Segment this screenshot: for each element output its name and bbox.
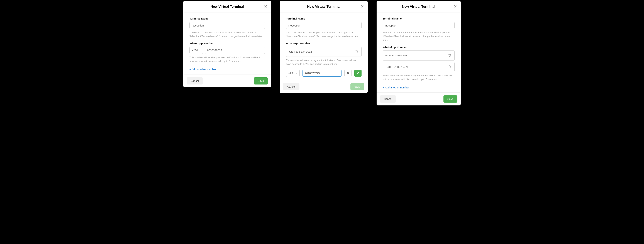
terminal-name-label: Terminal Name <box>286 17 362 20</box>
new-terminal-modal: New Virtual Terminal Terminal Name The b… <box>183 1 271 87</box>
saved-number-text: +234 803 834 9032 <box>289 50 312 53</box>
terminal-name-input[interactable] <box>190 22 265 29</box>
whatsapp-group: WhatsApp Number +234 This number will re… <box>190 42 265 63</box>
cancel-button[interactable]: Cancel <box>186 77 203 85</box>
terminal-name-helper: The bank account name for your Virtual T… <box>286 31 362 38</box>
terminal-name-group: Terminal Name The bank account name for … <box>190 17 265 38</box>
terminal-name-helper: The bank account name for your Virtual T… <box>190 31 265 38</box>
new-terminal-modal: New Virtual Terminal Terminal Name The b… <box>376 1 461 105</box>
delete-number-button[interactable] <box>448 53 452 58</box>
trash-icon <box>355 51 358 54</box>
whatsapp-group: WhatsApp Number +234 803 834 9032 This n… <box>286 42 362 77</box>
country-code-select[interactable]: +234 <box>286 70 300 77</box>
saved-number-row: +234 701 867 5775 <box>383 62 454 72</box>
modal-title: New Virtual Terminal <box>210 5 244 9</box>
modal-title: New Virtual Terminal <box>307 5 340 9</box>
save-button[interactable]: Save <box>254 77 268 85</box>
close-button[interactable] <box>453 4 458 9</box>
save-button[interactable]: Save <box>444 95 458 103</box>
phone-row: +234 <box>190 47 265 54</box>
modal-footer: Cancel Save <box>376 92 461 105</box>
terminal-name-input[interactable] <box>286 22 362 29</box>
new-terminal-modal: New Virtual Terminal Terminal Name The b… <box>280 1 368 93</box>
saved-number-row: +234 803 834 9032 <box>383 51 454 61</box>
modal-footer: Cancel Save <box>280 80 368 93</box>
saved-number-row: +234 803 834 9032 <box>286 47 362 57</box>
country-code-select[interactable]: +234 <box>190 47 203 54</box>
cancel-button[interactable]: Cancel <box>380 95 396 103</box>
add-number-link[interactable]: + Add another number <box>383 86 409 89</box>
close-icon <box>361 5 364 9</box>
close-button[interactable] <box>360 4 364 9</box>
saved-number-text: +234 803 834 9032 <box>385 54 408 57</box>
terminal-name-helper: The bank account name for your Virtual T… <box>383 31 454 42</box>
saved-number-text: +234 701 867 5775 <box>385 65 408 68</box>
chevron-down-icon <box>296 73 297 74</box>
close-icon <box>264 5 267 9</box>
modal-body: Terminal Name The bank account name for … <box>183 13 271 74</box>
modal-footer: Cancel Save <box>183 74 271 87</box>
whatsapp-label: WhatsApp Number <box>190 42 265 45</box>
close-icon <box>454 5 457 9</box>
country-code-value: +234 <box>288 72 294 75</box>
modal-body: Terminal Name The bank account name for … <box>280 13 368 80</box>
cancel-button[interactable]: Cancel <box>283 83 300 90</box>
terminal-name-group: Terminal Name The bank account name for … <box>383 17 454 42</box>
whatsapp-helper: This number will receive payment notific… <box>190 56 265 63</box>
whatsapp-label: WhatsApp Number <box>383 46 454 49</box>
new-number-input[interactable] <box>302 70 342 77</box>
x-icon <box>346 71 349 75</box>
confirm-number-button[interactable] <box>354 70 362 77</box>
add-number-link[interactable]: + Add another number <box>190 68 216 71</box>
terminal-name-input[interactable] <box>383 22 454 29</box>
terminal-name-label: Terminal Name <box>383 17 454 20</box>
close-button[interactable] <box>264 4 268 9</box>
modal-header: New Virtual Terminal <box>183 1 271 13</box>
whatsapp-label: WhatsApp Number <box>286 42 362 45</box>
whatsapp-helper: These numbers will receive payment notif… <box>383 74 454 81</box>
check-icon <box>356 71 360 75</box>
delete-number-button[interactable] <box>448 65 452 70</box>
whatsapp-number-input[interactable] <box>205 47 265 54</box>
number-edit-row: +234 <box>286 70 362 77</box>
trash-icon <box>448 66 451 69</box>
terminal-name-label: Terminal Name <box>190 17 265 20</box>
country-code-value: +234 <box>192 49 198 52</box>
cancel-number-button[interactable] <box>344 70 352 77</box>
modal-title: New Virtual Terminal <box>402 5 435 9</box>
save-button[interactable]: Save <box>350 83 364 90</box>
whatsapp-helper: This number will receive payment notific… <box>286 59 362 66</box>
terminal-name-group: Terminal Name The bank account name for … <box>286 17 362 38</box>
whatsapp-group: WhatsApp Number +234 803 834 9032 +234 7… <box>383 46 454 81</box>
delete-number-button[interactable] <box>354 49 359 54</box>
chevron-down-icon <box>199 50 201 51</box>
trash-icon <box>448 55 451 57</box>
modal-header: New Virtual Terminal <box>280 1 368 13</box>
modal-body: Terminal Name The bank account name for … <box>376 13 461 92</box>
modal-header: New Virtual Terminal <box>376 1 461 13</box>
